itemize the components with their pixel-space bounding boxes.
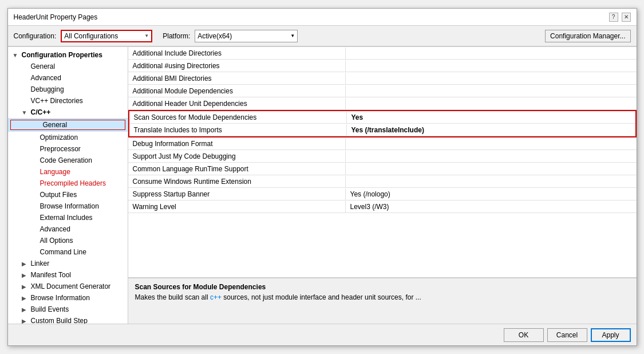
tree-label-pch: Precompiled Headers <box>40 179 106 187</box>
tree-item-cpp-general[interactable]: General <box>8 118 128 132</box>
tree-label-cpp-advanced: Advanced <box>40 225 70 233</box>
tree-label-preprocessor: Preprocessor <box>40 145 81 153</box>
prop-value: Yes (/nologo) <box>346 188 637 200</box>
tree-item-custom-build[interactable]: ▶ Custom Build Step <box>8 315 128 324</box>
config-value: All Configurations <box>64 32 142 40</box>
tree-item-browse-info[interactable]: ▶ Browse Information <box>8 292 128 304</box>
tree-item-config-props[interactable]: ▼ Configuration Properties <box>8 49 128 61</box>
prop-name: Suppress Startup Banner <box>128 188 346 200</box>
tree-item-linker[interactable]: ▶ Linker <box>8 258 128 269</box>
tree-item-output[interactable]: Output Files <box>8 189 128 200</box>
prop-row[interactable]: Scan Sources for Module Dependencies Yes <box>129 111 635 124</box>
tree-label-alloptions: All Options <box>40 237 73 245</box>
help-button[interactable]: ? <box>609 13 618 22</box>
content-area: ▼ Configuration Properties General Advan… <box>8 46 637 324</box>
prop-row[interactable]: Additional Include Directories <box>128 47 637 60</box>
title-bar-controls: ? ✕ <box>609 13 631 22</box>
description-title: Scan Sources for Module Dependencies <box>135 283 630 291</box>
tree-item-optimization[interactable]: Optimization <box>8 132 128 143</box>
right-panel: Additional Include Directories Additiona… <box>128 47 637 324</box>
tree-label-xml: XML Document Generator <box>31 282 111 290</box>
dialog-title: HeaderUnit Property Pages <box>14 13 98 21</box>
prop-value <box>346 89 637 93</box>
prop-row[interactable]: Warning Level Level3 (/W3) <box>128 200 637 213</box>
tree-label-manifest: Manifest Tool <box>31 271 71 279</box>
configuration-combo[interactable]: All Configurations ▼ <box>61 30 152 42</box>
tree-label-optimization: Optimization <box>40 133 78 141</box>
tree-item-vcpp[interactable]: VC++ Directories <box>8 95 128 107</box>
prop-name: Support Just My Code Debugging <box>128 151 346 162</box>
tree-item-cmdline[interactable]: Command Line <box>8 246 128 258</box>
prop-name: Additional Module Dependencies <box>128 85 346 97</box>
title-bar: HeaderUnit Property Pages ? ✕ <box>8 9 637 26</box>
config-manager-button[interactable]: Configuration Manager... <box>545 30 630 42</box>
tree-item-preprocessor[interactable]: Preprocessor <box>8 143 128 155</box>
tree-item-general[interactable]: General <box>8 61 128 72</box>
tree-item-extincludes[interactable]: External Includes <box>8 212 128 223</box>
tree-panel: ▼ Configuration Properties General Advan… <box>8 47 128 324</box>
prop-name: Translate Includes to Imports <box>129 124 347 136</box>
prop-value <box>346 102 637 105</box>
prop-name: Consume Windows Runtime Extension <box>128 176 346 187</box>
prop-value <box>346 142 637 145</box>
tree-item-pch[interactable]: Precompiled Headers <box>8 178 128 189</box>
expand-arrow-config: ▼ <box>13 52 22 58</box>
tree-label-language: Language <box>40 168 70 176</box>
tree-item-alloptions[interactable]: All Options <box>8 235 128 246</box>
prop-row[interactable]: Translate Includes to Imports Yes (/tran… <box>129 124 635 136</box>
prop-row[interactable]: Suppress Startup Banner Yes (/nologo) <box>128 188 637 200</box>
prop-value <box>346 52 637 55</box>
footer: OK Cancel Apply <box>8 324 637 345</box>
prop-row[interactable]: Additional Header Unit Dependencies <box>128 97 637 110</box>
tree-item-browse-cpp[interactable]: Browse Information <box>8 200 128 212</box>
prop-value <box>346 167 637 171</box>
config-combo-arrow: ▼ <box>144 33 149 38</box>
tree-item-codegen[interactable]: Code Generation <box>8 155 128 166</box>
tree-item-manifest[interactable]: ▶ Manifest Tool <box>8 269 128 281</box>
prop-name: Common Language RunTime Support <box>128 163 346 175</box>
tree-item-xml[interactable]: ▶ XML Document Generator <box>8 281 128 292</box>
tree-label-extincludes: External Includes <box>40 214 93 222</box>
prop-row[interactable]: Common Language RunTime Support <box>128 163 637 175</box>
tree-label-config-props: Configuration Properties <box>22 51 102 59</box>
tree-item-debugging[interactable]: Debugging <box>8 84 128 95</box>
prop-value <box>346 155 637 158</box>
ok-button[interactable]: OK <box>504 328 544 342</box>
tree-label-custom-build: Custom Build Step <box>31 317 88 324</box>
prop-row[interactable]: Additional #using Directories <box>128 60 637 72</box>
apply-button[interactable]: Apply <box>591 328 631 342</box>
tree-item-build-events[interactable]: ▶ Build Events <box>8 304 128 315</box>
tree-item-cpp[interactable]: ▼ C/C++ <box>8 107 128 118</box>
prop-row[interactable]: Support Just My Code Debugging <box>128 150 637 163</box>
prop-name: Scan Sources for Module Dependencies <box>129 112 347 123</box>
tree-label-vcpp: VC++ Directories <box>31 97 83 105</box>
prop-name: Additional BMI Directories <box>128 73 346 84</box>
arrow-manifest: ▶ <box>22 272 31 278</box>
prop-row[interactable]: Consume Windows Runtime Extension <box>128 175 637 188</box>
prop-row[interactable]: Debug Information Format <box>128 137 637 150</box>
tree-item-language[interactable]: Language <box>8 166 128 178</box>
prop-name: Additional #using Directories <box>128 60 346 72</box>
prop-value <box>346 77 637 80</box>
tree-label-codegen: Code Generation <box>40 156 92 164</box>
platform-label: Platform: <box>163 32 190 40</box>
properties-table: Additional Include Directories Additiona… <box>128 47 637 278</box>
prop-value <box>346 64 637 68</box>
platform-combo-arrow: ▼ <box>290 33 295 38</box>
tree-label-cmdline: Command Line <box>40 248 86 256</box>
tree-label-output: Output Files <box>40 191 77 199</box>
arrow-browse: ▶ <box>22 295 31 301</box>
tree-item-advanced[interactable]: Advanced <box>8 72 128 84</box>
prop-value: Yes (/translateInclude) <box>347 124 635 136</box>
prop-row[interactable]: Additional Module Dependencies <box>128 85 637 97</box>
tree-item-cpp-advanced[interactable]: Advanced <box>8 223 128 235</box>
tree-label-advanced: Advanced <box>31 74 61 82</box>
arrow-custom-build: ▶ <box>22 318 31 324</box>
description-panel: Scan Sources for Module Dependencies Mak… <box>128 278 637 324</box>
close-button[interactable]: ✕ <box>622 13 631 22</box>
prop-row[interactable]: Additional BMI Directories <box>128 72 637 85</box>
cancel-button[interactable]: Cancel <box>547 328 587 342</box>
platform-combo[interactable]: Active(x64) ▼ <box>195 30 298 42</box>
property-pages-dialog: HeaderUnit Property Pages ? ✕ Configurat… <box>7 8 637 346</box>
prop-value: Level3 (/W3) <box>346 201 637 213</box>
